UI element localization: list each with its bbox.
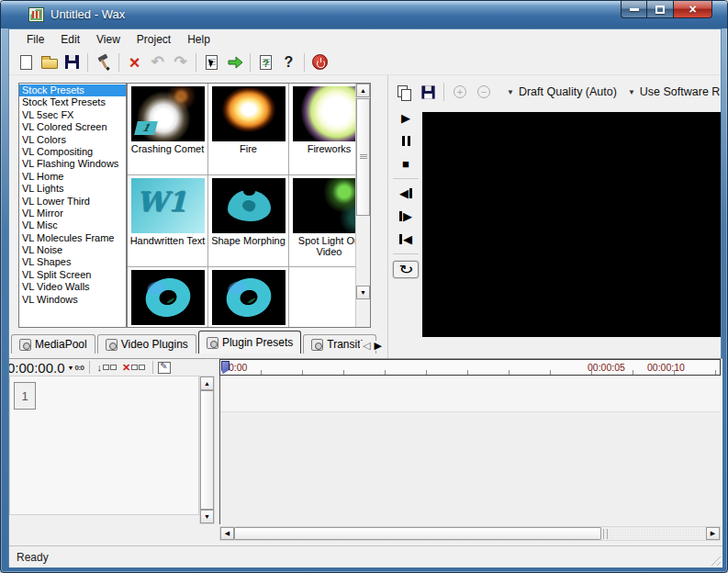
tools-button[interactable] [92, 51, 115, 73]
scroll-down-button[interactable]: ▼ [200, 510, 214, 523]
timecode-format-dropdown-icon[interactable]: ▼ [68, 365, 74, 371]
left-arrow-icon: ◀ [225, 530, 230, 537]
add-track-button[interactable]: ↓ [97, 362, 118, 373]
list-item[interactable]: VL 5sec FX [19, 109, 126, 121]
open-button[interactable] [38, 51, 61, 73]
list-item[interactable]: VL Windows [19, 294, 126, 306]
pause-icon [402, 136, 410, 146]
menu-file[interactable]: File [18, 30, 52, 49]
resize-grip[interactable] [709, 554, 721, 566]
close-button[interactable]: × [673, 1, 712, 18]
menu-view[interactable]: View [88, 30, 129, 49]
list-item[interactable]: VL Flashing Windows [19, 158, 126, 170]
stop-button[interactable]: ■ [392, 152, 420, 175]
panel-tab-bar: MediaPool Video Plugins Plugin Presets T… [11, 330, 382, 354]
save-button[interactable] [61, 51, 84, 73]
list-item[interactable]: VL Molecules Frame [19, 232, 126, 244]
redo-button[interactable]: ↷ [169, 51, 192, 73]
edit-envelope-button[interactable]: ✎ [158, 362, 171, 374]
maximize-button[interactable] [647, 1, 673, 18]
menu-edit[interactable]: Edit [52, 30, 88, 49]
preset-cell-fire[interactable]: Fire [208, 84, 289, 175]
tab-plugin-presets[interactable]: Plugin Presets [198, 331, 301, 354]
tab-video-plugins[interactable]: Video Plugins [97, 334, 196, 354]
minimize-button[interactable] [621, 1, 647, 18]
step-back-button[interactable]: ◀ [392, 182, 420, 205]
menu-help[interactable]: Help [179, 30, 218, 49]
loop-button[interactable]: ↻ [393, 261, 419, 278]
save-frame-button[interactable] [416, 81, 440, 103]
scroll-down-button[interactable]: ▼ [356, 286, 370, 299]
list-item[interactable]: VL Noise [19, 244, 126, 256]
delete-track-button[interactable]: ✕ [122, 362, 145, 374]
separator [393, 178, 419, 179]
properties-button[interactable] [200, 51, 223, 73]
scrollbar-thumb[interactable] [234, 527, 601, 540]
preset-cell-crashing-comet[interactable]: 1 Crashing Comet [128, 84, 208, 175]
thumbnail-donut-1 [131, 270, 205, 325]
about-button[interactable] [308, 51, 331, 73]
preset-cell-handwritten-text[interactable]: W1 Handwritten Text [128, 175, 208, 267]
right-arrow-icon: ▶ [711, 530, 715, 537]
preset-cell-donut-2[interactable] [208, 267, 289, 328]
list-item[interactable]: Stock Presets [19, 84, 126, 96]
question-icon: ? [285, 54, 294, 71]
tab-mediapool[interactable]: MediaPool [11, 334, 95, 354]
help-button[interactable]: ? [277, 51, 300, 73]
thumbnail-fire [212, 86, 286, 141]
track-number-badge[interactable]: 1 [14, 382, 36, 410]
scrollbar-thumb[interactable] [200, 390, 214, 510]
scroll-right-button[interactable]: ▶ [706, 527, 720, 540]
menu-project[interactable]: Project [129, 30, 179, 49]
list-item[interactable]: VL Lights [19, 183, 126, 195]
timeline-horizontal-scrollbar[interactable]: ◀ ▶ [219, 526, 721, 541]
renderer-dropdown[interactable]: Use Software R [640, 85, 721, 98]
pause-button[interactable] [392, 129, 420, 152]
toolbar-separator [196, 53, 196, 72]
delete-button[interactable]: × [123, 51, 146, 73]
list-item[interactable]: VL Video Walls [19, 281, 126, 293]
scroll-up-button[interactable]: ▲ [356, 84, 370, 97]
list-item[interactable]: VL Split Screen [19, 269, 126, 281]
list-item[interactable]: VL Colors [19, 134, 126, 146]
list-item[interactable]: VL Misc [19, 219, 126, 231]
timeline-vertical-scrollbar[interactable]: ▲ ▼ [199, 376, 215, 524]
timeline-ruler[interactable]: 0:00 00:00:05 00:00:10 [219, 359, 721, 376]
copy-frame-button[interactable] [392, 81, 416, 103]
list-item[interactable]: VL Mirror [19, 208, 126, 219]
render-button[interactable] [223, 51, 246, 73]
scroll-left-button[interactable]: ◀ [220, 527, 234, 540]
thumbnail-shape-morphing [212, 178, 286, 233]
preset-category-list: Stock Presets Stock Text Presets VL 5sec… [18, 83, 127, 328]
zoom-out-button[interactable]: − [472, 81, 496, 103]
go-to-start-button[interactable]: ◀ [392, 228, 420, 251]
play-button[interactable]: ▶ [392, 107, 420, 129]
toolbar-separator [250, 53, 251, 72]
track-row-1[interactable] [220, 376, 721, 412]
timeline-track-area[interactable] [219, 376, 721, 524]
preset-cell-shape-morphing[interactable]: Shape Morphing [208, 175, 289, 267]
scroll-up-button[interactable]: ▲ [200, 376, 214, 390]
scrollbar-thumb[interactable] [356, 98, 370, 216]
list-item[interactable]: VL Shapes [19, 256, 126, 268]
list-item[interactable]: VL Home [19, 171, 126, 183]
tab-scroll-left-icon[interactable]: ◁ [363, 341, 370, 351]
list-item[interactable]: VL Compositing [19, 146, 126, 158]
list-item[interactable]: VL Colored Screen [19, 121, 126, 133]
preset-cell-donut-1[interactable] [128, 267, 208, 328]
new-button[interactable] [15, 51, 38, 73]
zoom-in-button[interactable]: + [448, 81, 472, 103]
quality-dropdown[interactable]: Draft Quality (Auto) [519, 85, 617, 98]
grid-vertical-scrollbar[interactable]: ▲ ▼ [355, 84, 370, 327]
list-item[interactable]: VL Lower Third [19, 196, 126, 208]
list-item[interactable]: Stock Text Presets [19, 96, 126, 108]
green-arrow-icon [226, 53, 244, 72]
help-topics-button[interactable]: ? [254, 51, 277, 73]
undo-button[interactable]: ↶ [146, 51, 169, 73]
toolbar-separator [304, 53, 305, 72]
step-forward-button[interactable]: ▶ [392, 205, 420, 228]
title-bar[interactable]: Untitled - Wax × [1, 1, 727, 28]
tab-scroll-right-icon[interactable]: ▶ [375, 341, 382, 351]
window-title: Untitled - Wax [50, 7, 125, 21]
pencil-icon: ✎ [160, 361, 167, 371]
